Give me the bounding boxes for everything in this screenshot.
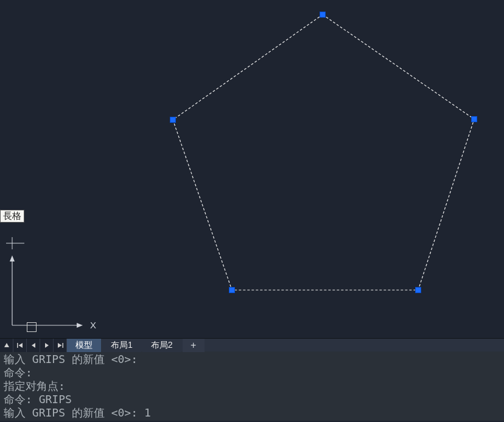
svg-marker-7 bbox=[4, 343, 9, 347]
command-line: 输入 GRIPS 的新值 <0>: bbox=[4, 353, 500, 366]
svg-marker-9 bbox=[18, 343, 23, 348]
tab-prev-button[interactable] bbox=[27, 339, 40, 352]
pickbox-cursor bbox=[27, 322, 37, 332]
grip-handle[interactable] bbox=[471, 116, 477, 122]
tab-layout2[interactable]: 布局2 bbox=[142, 339, 181, 352]
command-line: 命令: GRIPS bbox=[4, 393, 500, 406]
layout-tab-bar: 模型 布局1 布局2 + bbox=[0, 338, 504, 351]
svg-rect-8 bbox=[17, 343, 18, 348]
command-line: 命令: bbox=[4, 366, 500, 379]
command-line: 指定对角点: bbox=[4, 379, 500, 393]
grip-handle[interactable] bbox=[170, 117, 176, 123]
tab-last-button[interactable] bbox=[54, 339, 67, 352]
tab-first-button[interactable] bbox=[13, 339, 27, 352]
selected-polygon[interactable] bbox=[0, 0, 504, 338]
grip-handle[interactable] bbox=[415, 287, 421, 293]
tab-layout1[interactable]: 布局1 bbox=[102, 339, 141, 352]
command-line: 输入 GRIPS 的新值 <0>: 1 bbox=[4, 406, 500, 420]
tab-scroll-up-button[interactable] bbox=[0, 339, 13, 352]
tab-model[interactable]: 模型 bbox=[67, 339, 101, 352]
svg-rect-13 bbox=[62, 343, 63, 348]
grip-handle[interactable] bbox=[320, 12, 326, 18]
tab-add-button[interactable]: + bbox=[183, 339, 205, 352]
grip-handle[interactable] bbox=[229, 287, 235, 293]
svg-marker-10 bbox=[32, 343, 35, 348]
svg-marker-11 bbox=[45, 343, 49, 348]
drawing-canvas[interactable]: 長格 X bbox=[0, 0, 504, 338]
svg-marker-0 bbox=[173, 15, 474, 290]
tab-next-button[interactable] bbox=[40, 339, 54, 352]
svg-marker-12 bbox=[58, 343, 62, 348]
tooltip-chip: 長格 bbox=[0, 210, 24, 223]
command-history[interactable]: 输入 GRIPS 的新值 <0>: 命令: 指定对角点: 命令: GRIPS 输… bbox=[0, 351, 504, 421]
